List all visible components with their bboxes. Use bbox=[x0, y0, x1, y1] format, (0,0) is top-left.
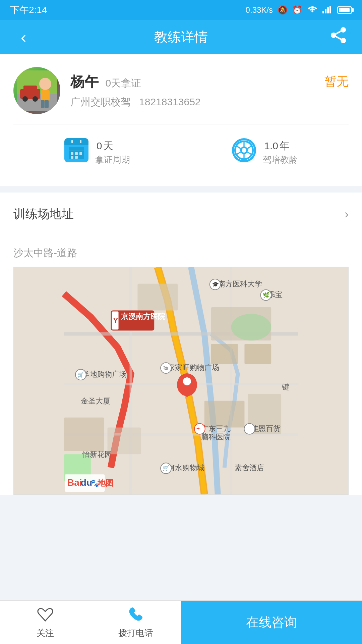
svg-rect-0 bbox=[322, 11, 324, 13]
teach-years-text: 1.0年 驾培教龄 bbox=[263, 135, 298, 166]
svg-text:佳恩百货: 佳恩百货 bbox=[251, 424, 281, 433]
svg-text:Y: Y bbox=[113, 317, 118, 325]
coach-phone: 18218313652 bbox=[139, 96, 201, 107]
svg-text:金圣大厦: 金圣大厦 bbox=[81, 397, 110, 405]
svg-text:素舍酒店: 素舍酒店 bbox=[235, 464, 264, 472]
signal-icon bbox=[322, 5, 333, 15]
svg-text:地图: 地图 bbox=[97, 478, 114, 487]
calendar-icon bbox=[64, 138, 88, 162]
svg-rect-43 bbox=[64, 418, 104, 451]
svg-rect-13 bbox=[45, 100, 49, 108]
status-time: 下午2:14 bbox=[10, 4, 47, 16]
coach-name-row: 杨午 0天拿证 暂无 bbox=[70, 72, 349, 91]
cert-cycle-number: 0天 bbox=[95, 135, 130, 152]
svg-text:+: + bbox=[196, 425, 200, 432]
cert-cycle-label: 拿证周期 bbox=[95, 154, 130, 166]
svg-text:京溪南方医院: 京溪南方医院 bbox=[121, 312, 166, 321]
stats-row: 0天 拿证周期 1.0年 bbox=[13, 124, 349, 176]
map-section: 沙太中路-道路 bbox=[0, 236, 362, 495]
network-speed: 0.33K/s bbox=[246, 5, 273, 15]
map-container[interactable]: Y 京溪南方医院 南方医科大学 🎓 乖宝 🌿 圣地购物广场 🛒 家家旺购物广场 bbox=[13, 267, 349, 495]
phone-icon bbox=[128, 606, 144, 625]
favorite-label: 关注 bbox=[37, 627, 54, 639]
svg-text:🌿: 🌿 bbox=[263, 292, 269, 298]
svg-text:🛒: 🛒 bbox=[163, 465, 169, 471]
coach-card: 杨午 0天拿证 暂无 广州交职校驾 18218313652 bbox=[0, 54, 362, 186]
svg-rect-18 bbox=[71, 152, 73, 155]
svg-text:河水购物城: 河水购物城 bbox=[168, 464, 204, 472]
address-arrow-icon: › bbox=[345, 207, 349, 221]
status-bar: 下午2:14 0.33K/s 🔕 ⏰ bbox=[0, 0, 362, 20]
heart-icon bbox=[37, 606, 54, 625]
coach-school: 广州交职校驾 bbox=[70, 96, 131, 107]
svg-rect-15 bbox=[80, 140, 81, 143]
svg-rect-20 bbox=[79, 152, 82, 155]
back-button[interactable]: ‹ bbox=[13, 28, 34, 46]
svg-text:怡新花园: 怡新花园 bbox=[82, 450, 112, 459]
svg-rect-44 bbox=[108, 428, 141, 454]
svg-rect-14 bbox=[71, 140, 73, 143]
svg-text:圣地购物广场: 圣地购物广场 bbox=[82, 370, 127, 378]
svg-rect-40 bbox=[137, 284, 178, 311]
share-button[interactable] bbox=[328, 26, 349, 48]
svg-point-71 bbox=[244, 424, 255, 434]
svg-rect-19 bbox=[75, 152, 78, 155]
svg-point-10 bbox=[39, 78, 51, 90]
battery-icon bbox=[337, 6, 352, 14]
coach-name-cert: 杨午 0天拿证 bbox=[70, 72, 141, 91]
favorite-button[interactable]: 关注 bbox=[0, 601, 90, 644]
teach-years-number: 1.0年 bbox=[263, 135, 298, 152]
svg-text:🛍: 🛍 bbox=[163, 365, 168, 371]
svg-text:广东三九: 广东三九 bbox=[201, 424, 231, 433]
svg-rect-39 bbox=[244, 344, 271, 364]
page-title: 教练详情 bbox=[154, 28, 208, 46]
svg-text:南方医科大学: 南方医科大学 bbox=[218, 280, 262, 288]
map-subtitle: 沙太中路-道路 bbox=[13, 246, 349, 260]
coach-info: 杨午 0天拿证 暂无 广州交职校驾 18218313652 bbox=[70, 72, 349, 109]
svg-rect-7 bbox=[23, 86, 37, 92]
svg-text:键: 键 bbox=[282, 383, 289, 391]
consult-button[interactable]: 在线咨询 bbox=[181, 601, 362, 644]
address-row[interactable]: 训练场地址 › bbox=[0, 193, 362, 236]
svg-line-30 bbox=[247, 152, 252, 155]
stat-teach-years: 1.0年 驾培教龄 bbox=[181, 124, 349, 176]
svg-rect-3 bbox=[329, 6, 331, 13]
address-label: 训练场地址 bbox=[13, 206, 74, 222]
svg-rect-41 bbox=[204, 401, 245, 428]
coach-cert-days: 0天拿证 bbox=[105, 77, 141, 89]
coach-status: 暂无 bbox=[324, 73, 349, 90]
bell-icon: 🔕 bbox=[278, 5, 288, 15]
svg-rect-38 bbox=[211, 344, 238, 364]
bottom-nav: 关注 拨打电话 在线咨询 bbox=[0, 600, 362, 644]
call-button[interactable]: 拨打电话 bbox=[90, 601, 181, 644]
svg-rect-22 bbox=[75, 156, 78, 159]
svg-point-52 bbox=[183, 377, 191, 385]
coach-top: 杨午 0天拿证 暂无 广州交职校驾 18218313652 bbox=[13, 67, 349, 114]
svg-text:脑科医院: 脑科医院 bbox=[201, 433, 231, 441]
svg-rect-1 bbox=[325, 9, 326, 13]
teach-years-label: 驾培教龄 bbox=[263, 154, 298, 166]
coach-school-phone: 广州交职校驾 18218313652 bbox=[70, 95, 349, 109]
svg-line-28 bbox=[247, 146, 252, 148]
consult-label: 在线咨询 bbox=[246, 614, 297, 631]
stat-cert-cycle: 0天 拿证周期 bbox=[13, 124, 181, 176]
svg-text:🛒: 🛒 bbox=[77, 371, 84, 378]
svg-text:🎓: 🎓 bbox=[212, 281, 219, 287]
svg-rect-2 bbox=[327, 7, 329, 13]
svg-line-29 bbox=[236, 146, 241, 148]
call-label: 拨打电话 bbox=[118, 627, 153, 639]
svg-point-24 bbox=[241, 147, 247, 153]
svg-point-9 bbox=[33, 96, 38, 102]
svg-rect-12 bbox=[41, 100, 45, 108]
nav-bar: ‹ 教练详情 bbox=[0, 20, 362, 54]
alarm-icon: ⏰ bbox=[292, 5, 302, 15]
wifi-icon bbox=[307, 4, 318, 16]
svg-point-46 bbox=[231, 314, 272, 341]
svg-line-27 bbox=[236, 152, 241, 155]
cert-cycle-text: 0天 拿证周期 bbox=[95, 135, 130, 166]
svg-rect-11 bbox=[41, 90, 50, 101]
coach-name: 杨午 bbox=[70, 74, 99, 90]
svg-text:Bai: Bai bbox=[67, 477, 82, 488]
wheel-icon bbox=[232, 138, 256, 162]
bottom-spacer bbox=[0, 495, 362, 538]
